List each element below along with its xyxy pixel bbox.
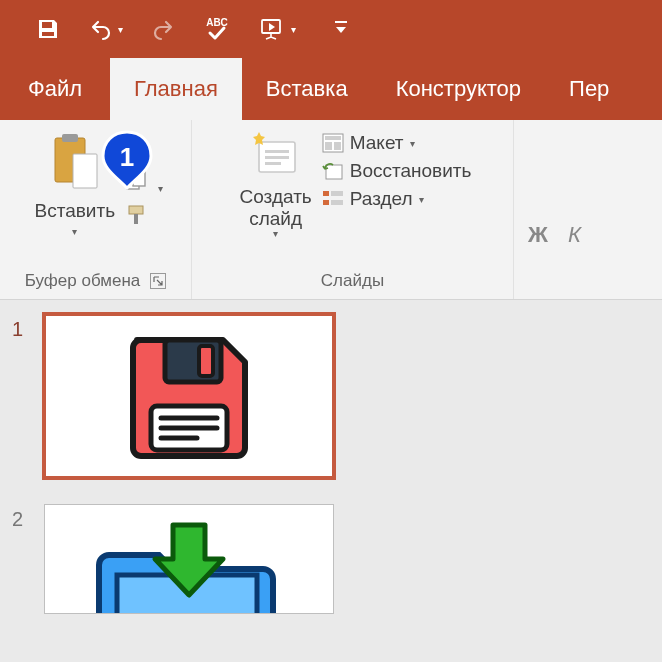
folder-download-icon bbox=[89, 505, 289, 614]
copy-button[interactable]: ▾ bbox=[125, 170, 162, 196]
reset-icon bbox=[322, 161, 344, 181]
svg-rect-13 bbox=[265, 150, 289, 153]
chevron-down-icon: ▾ bbox=[273, 228, 278, 239]
svg-rect-4 bbox=[62, 134, 78, 142]
format-painter-button[interactable] bbox=[125, 204, 162, 232]
group-clipboard-label: Буфер обмена bbox=[25, 271, 141, 291]
quick-access-toolbar: ▾ ABC ▾ bbox=[0, 0, 662, 58]
ribbon: Вставить ▾ ▾ Буфер обмена bbox=[0, 120, 662, 300]
reset-button[interactable]: Восстановить bbox=[322, 160, 472, 182]
save-button[interactable] bbox=[36, 17, 60, 41]
italic-button[interactable]: К bbox=[568, 128, 581, 248]
chevron-down-icon: ▾ bbox=[118, 24, 123, 35]
group-slides: Создать слайд ▾ Макет ▾ Восстановить Раз… bbox=[192, 120, 514, 299]
slide-thumbnail-preview bbox=[44, 504, 334, 614]
undo-icon bbox=[88, 17, 114, 41]
launcher-icon bbox=[153, 276, 163, 286]
slideshow-icon bbox=[259, 17, 287, 41]
svg-rect-21 bbox=[323, 191, 329, 196]
bold-button[interactable]: Ж bbox=[528, 128, 548, 248]
layout-label: Макет bbox=[350, 132, 404, 154]
svg-rect-18 bbox=[325, 142, 332, 150]
svg-rect-22 bbox=[331, 191, 343, 196]
new-slide-label: Создать слайд bbox=[240, 186, 312, 230]
svg-rect-11 bbox=[134, 214, 138, 224]
paste-button[interactable]: Вставить ▾ bbox=[29, 128, 122, 241]
svg-rect-15 bbox=[265, 162, 281, 165]
svg-rect-5 bbox=[73, 154, 97, 188]
clipboard-small-buttons: ▾ bbox=[125, 128, 162, 232]
cut-icon bbox=[125, 136, 151, 158]
svg-rect-24 bbox=[331, 200, 343, 205]
customize-icon bbox=[334, 20, 348, 38]
chevron-down-icon: ▾ bbox=[410, 138, 415, 149]
svg-rect-10 bbox=[129, 206, 143, 214]
svg-rect-23 bbox=[323, 200, 329, 205]
slideshow-button[interactable]: ▾ bbox=[259, 17, 296, 41]
spellcheck-icon: ABC bbox=[203, 15, 231, 43]
save-icon bbox=[36, 17, 60, 41]
floppy-disk-icon bbox=[119, 326, 259, 466]
copy-icon bbox=[125, 170, 153, 192]
slide-thumbnail[interactable]: 2 bbox=[12, 504, 650, 614]
layout-icon bbox=[322, 133, 344, 153]
tab-transitions[interactable]: Пер bbox=[545, 58, 633, 120]
svg-rect-9 bbox=[133, 171, 145, 186]
tab-insert[interactable]: Вставка bbox=[242, 58, 372, 120]
svg-text:ABC: ABC bbox=[206, 17, 228, 28]
cut-button[interactable] bbox=[125, 136, 162, 162]
undo-button[interactable]: ▾ bbox=[88, 17, 123, 41]
section-icon bbox=[322, 189, 344, 209]
layout-button[interactable]: Макет ▾ bbox=[322, 132, 472, 154]
clipboard-launcher[interactable] bbox=[150, 273, 166, 289]
spellcheck-button[interactable]: ABC bbox=[203, 15, 231, 43]
ribbon-tabs: Файл Главная Вставка Конструктор Пер bbox=[0, 58, 662, 120]
group-slides-label: Слайды bbox=[321, 271, 384, 291]
redo-button[interactable] bbox=[151, 17, 175, 41]
group-font: Ж К bbox=[514, 120, 595, 299]
svg-rect-19 bbox=[334, 142, 341, 150]
chevron-down-icon: ▾ bbox=[419, 194, 424, 205]
slide-thumbnail[interactable]: 1 bbox=[12, 314, 650, 478]
slide-thumbnails-panel: 1 2 bbox=[0, 300, 662, 662]
customize-qat-button[interactable] bbox=[334, 20, 348, 38]
svg-rect-14 bbox=[265, 156, 289, 159]
chevron-down-icon: ▾ bbox=[72, 226, 77, 237]
tab-design[interactable]: Конструктор bbox=[372, 58, 545, 120]
tab-file[interactable]: Файл bbox=[0, 58, 110, 120]
section-button[interactable]: Раздел ▾ bbox=[322, 188, 472, 210]
group-clipboard: Вставить ▾ ▾ Буфер обмена bbox=[0, 120, 192, 299]
reset-label: Восстановить bbox=[350, 160, 472, 182]
slide-number: 2 bbox=[12, 504, 30, 531]
paste-label: Вставить bbox=[35, 200, 116, 222]
slide-number: 1 bbox=[12, 314, 30, 341]
new-slide-button[interactable]: Создать слайд ▾ bbox=[234, 128, 318, 243]
redo-icon bbox=[151, 17, 175, 41]
section-label: Раздел bbox=[350, 188, 413, 210]
format-painter-icon bbox=[125, 204, 151, 228]
paste-icon bbox=[47, 132, 103, 196]
svg-rect-26 bbox=[199, 346, 213, 376]
tab-home[interactable]: Главная bbox=[110, 58, 242, 120]
slide-thumbnail-preview bbox=[44, 314, 334, 478]
slides-options: Макет ▾ Восстановить Раздел ▾ bbox=[322, 128, 472, 210]
chevron-down-icon: ▾ bbox=[158, 183, 163, 194]
svg-rect-2 bbox=[335, 21, 347, 23]
new-slide-icon bbox=[249, 132, 303, 182]
svg-rect-17 bbox=[325, 136, 341, 140]
chevron-down-icon: ▾ bbox=[291, 24, 296, 35]
svg-rect-20 bbox=[326, 165, 342, 179]
